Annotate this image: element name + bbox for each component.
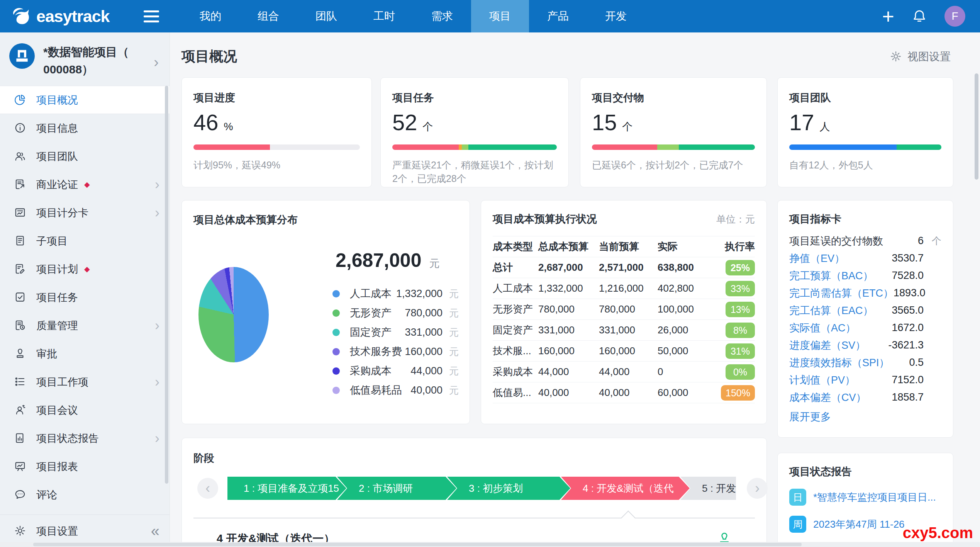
sidebar-item-reports[interactable]: 项目报表 [0, 452, 170, 481]
card-title: 项目成本预算执行状况 [493, 212, 597, 226]
table-row[interactable]: 低值易... 40,000 40,000 60,000 150% [493, 382, 755, 403]
kpi-caption: 自有12人，外包5人 [789, 158, 941, 172]
kpi-caption: 严重延误21个，稍微延误1个，按计划2个，已完成28个 [392, 158, 557, 185]
table-row[interactable]: 采购成本 44,000 44,000 0 0% [493, 362, 755, 382]
sidebar-item-overview[interactable]: 项目概况 [0, 86, 170, 114]
rate-badge: 31% [726, 343, 755, 359]
card-title: 项目状态报告 [789, 465, 941, 479]
sidebar-item-scorecard[interactable]: 项目计分卡 › [0, 199, 170, 227]
nav-item-team[interactable]: 团队 [297, 0, 355, 32]
sidebar-item-meetings[interactable]: 项目会议 [0, 396, 170, 424]
red-diamond-icon: ◆ [84, 265, 90, 274]
phases-prev-button[interactable]: ‹ [197, 478, 218, 499]
legend-item[interactable]: 无形资产 780,000 元 [332, 303, 459, 323]
nav-item-my[interactable]: 我的 [181, 0, 239, 32]
legend-item[interactable]: 采购成本 44,000 元 [332, 361, 459, 381]
card-title: 项目指标卡 [789, 212, 941, 226]
table-row[interactable]: 无形资产 780,000 780,000 100,000 13% [493, 299, 755, 320]
metric-link[interactable]: 完工尚需估算（ETC） [789, 286, 894, 300]
table-row[interactable]: 总计 2,687,000 2,571,000 638,800 25% [493, 257, 755, 278]
metric-row: 进度绩效指标（SPI） 0.5 [789, 354, 941, 371]
report-link-label[interactable]: 2023年第47周 11-26 [813, 518, 905, 531]
legend-item[interactable]: 低值易耗品 40,000 元 [332, 381, 459, 400]
table-row[interactable]: 人工成本 1,332,000 1,216,000 402,800 33% [493, 278, 755, 299]
phases-card: 阶段 ‹ 1 : 项目准备及立项15 2 : 市场调研 3 : 初步策划 4 :… [181, 438, 767, 547]
kpi-card-progress: 项目进度 46 % 计划95%，延误49% [181, 77, 372, 187]
metric-link[interactable]: 进度偏差（SV） [789, 338, 866, 352]
kpi-caption: 已延误6个，按计划2个，已完成7个 [592, 158, 755, 172]
nav-item-products[interactable]: 产品 [529, 0, 587, 32]
sidebar-item-workitems[interactable]: 项目工作项 › [0, 368, 170, 396]
sidebar-item-tasks[interactable]: 项目任务 [0, 283, 170, 311]
user-avatar[interactable]: F [944, 6, 965, 27]
stage-2[interactable]: 2 : 市场调研 [337, 477, 456, 500]
legend-item[interactable]: 人工成本 1,332,000 元 [332, 284, 459, 303]
stage-1[interactable]: 1 : 项目准备及立项15 [227, 477, 346, 500]
nav-item-portfolio[interactable]: 组合 [239, 0, 297, 32]
phase-pointer-notch [621, 511, 636, 525]
metric-row: 进度偏差（SV） -3621.3 [789, 336, 941, 354]
collapse-sidebar-icon[interactable]: « [151, 522, 159, 540]
metric-link[interactable]: 实际值（AC） [789, 321, 856, 335]
project-switcher[interactable]: *数据智能项目（ 000088） › [0, 32, 170, 86]
sidebar-item-plan[interactable]: 项目计划 ◆ [0, 255, 170, 283]
sidebar-item-status-reports[interactable]: 项目状态报告 › [0, 424, 170, 452]
phases-next-button[interactable]: › [747, 478, 768, 499]
brand[interactable]: easytrack [0, 5, 136, 27]
subproject-icon [14, 234, 27, 248]
table-row[interactable]: 技术服... 160,000 160,000 50,000 31% [493, 341, 755, 362]
metric-rows: 项目延误的交付物数 6 个 挣值（EV） 3530.7 完工预算（BAC） 75… [789, 232, 941, 424]
add-icon[interactable]: + [882, 6, 894, 27]
chevron-right-icon: › [155, 178, 159, 192]
nav-item-projects[interactable]: 项目 [471, 0, 529, 32]
report-link-label[interactable]: *智慧停车监控项目项目日... [813, 491, 936, 504]
metric-link[interactable]: 完工估算（EAC） [789, 304, 873, 318]
horizontal-scrollbar[interactable] [0, 542, 980, 547]
metric-link[interactable]: 挣值（EV） [789, 251, 845, 265]
metric-link[interactable]: 成本偏差（CV） [789, 391, 866, 404]
kpi-title: 项目交付物 [592, 91, 755, 105]
metric-link[interactable]: 进度绩效指标（SPI） [789, 356, 890, 370]
table-header-row: 成本类型 总成本预算 当前预算 实际 执行率 [493, 236, 755, 257]
metric-link[interactable]: 计划值（PV） [789, 373, 855, 387]
legend-item[interactable]: 固定资产 331,000 元 [332, 323, 459, 342]
sidebar-scrollbar[interactable] [165, 86, 168, 484]
sidebar-item-info[interactable]: 项目信息 [0, 114, 170, 142]
card-title: 项目总体成本预算分布 [193, 213, 298, 227]
sidebar-item-quality[interactable]: 质量管理 › [0, 311, 170, 340]
team-icon [14, 150, 27, 163]
report-link-daily[interactable]: 日 *智慧停车监控项目项目日... [789, 489, 941, 506]
watermark: cxy5.com [903, 524, 973, 542]
sidebar-item-approval[interactable]: 审批 [0, 340, 170, 368]
stage-4[interactable]: 4 : 开发&测试（迭代 [561, 477, 690, 500]
stage-3[interactable]: 3 : 初步策划 [447, 477, 570, 500]
metric-row: 计划值（PV） 7152.0 [789, 371, 941, 389]
sidebar-item-business-case[interactable]: 商业论证 ◆ › [0, 170, 170, 199]
nav-item-requirements[interactable]: 需求 [413, 0, 471, 32]
nav-item-timesheet[interactable]: 工时 [355, 0, 413, 32]
status-report-icon [14, 432, 27, 445]
card-header: 项目成本预算执行状况 单位：元 [493, 212, 755, 226]
horizontal-scrollbar-thumb[interactable] [33, 543, 802, 546]
project-metrics-card: 项目指标卡 项目延误的交付物数 6 个 挣值（EV） 3530.7 完工预算（B… [777, 200, 953, 438]
table-row[interactable]: 固定资产 331,000 331,000 26,000 8% [493, 320, 755, 341]
menu-toggle-icon[interactable] [144, 10, 159, 22]
primary-nav: 我的 组合 团队 工时 需求 项目 产品 开发 [181, 0, 645, 32]
legend-item[interactable]: 技术服务费 160,000 元 [332, 342, 459, 361]
sidebar-item-comments[interactable]: 评论 [0, 481, 170, 509]
vertical-scrollbar[interactable] [975, 73, 978, 180]
budget-pie[interactable] [198, 267, 269, 362]
kpi-value: 17 人 [789, 109, 941, 135]
notifications-bell-icon[interactable] [912, 9, 927, 24]
rate-badge: 8% [726, 323, 755, 338]
metric-row: 实际值（AC） 1672.0 [789, 319, 941, 336]
nav-item-development[interactable]: 开发 [587, 0, 645, 32]
expand-more-link[interactable]: 展开更多 [789, 410, 941, 424]
sidebar-item-subprojects[interactable]: 子项目 [0, 227, 170, 255]
view-settings-button[interactable]: 视图设置 [890, 49, 951, 64]
progress-bar [193, 144, 360, 150]
sidebar-item-team[interactable]: 项目团队 [0, 142, 170, 170]
metric-link[interactable]: 完工预算（BAC） [789, 269, 873, 283]
budget-distribution-card: 项目总体成本预算分布 2,687,000 元 人工成本 1,332,000 元 … [181, 200, 470, 424]
pie-legend: 人工成本 1,332,000 元 无形资产 780,000 元 固定资产 331… [332, 284, 459, 400]
